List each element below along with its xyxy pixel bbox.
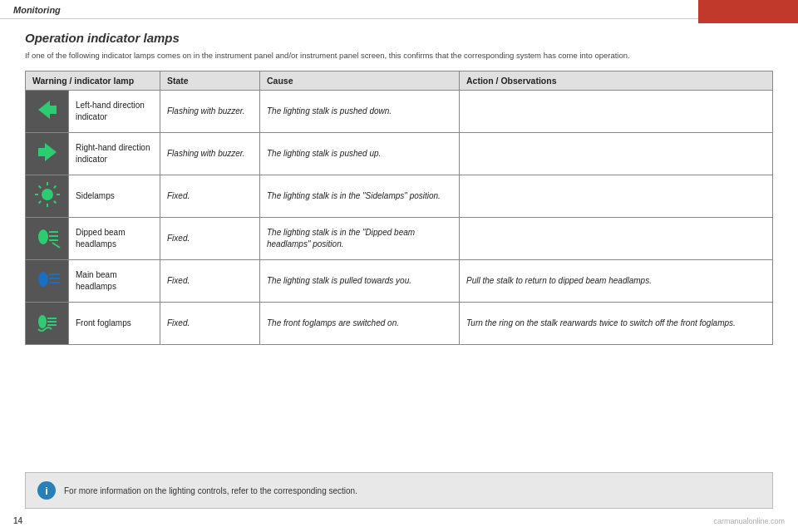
svg-point-7 [42, 189, 53, 200]
state-cell: Flashing with buzzer. [160, 133, 260, 175]
svg-point-28 [38, 315, 47, 328]
section-title: Operation indicator lamps [25, 31, 773, 45]
action-cell [460, 218, 773, 260]
svg-point-23 [38, 272, 48, 287]
action-cell [460, 175, 773, 218]
svg-point-17 [38, 229, 48, 244]
col-header-action: Action / Observations [460, 71, 773, 91]
lamp-icon-cell [26, 133, 69, 175]
lamp-name-cell: Sidelamps [69, 175, 160, 218]
lamp-icon-cell [26, 175, 69, 218]
state-cell: Fixed. [160, 218, 260, 260]
col-header-state: State [160, 71, 260, 91]
watermark: carmanualonline.com [713, 517, 785, 525]
header-title: Monitoring [13, 5, 61, 15]
cause-cell: The lighting stalk is in the "Sidelamps"… [260, 175, 460, 218]
action-cell [460, 133, 773, 175]
info-box: i For more information on the lighting c… [25, 472, 773, 509]
table-header-row: Warning / indicator lamp State Cause Act… [26, 71, 773, 91]
lamp-icon-cell [26, 303, 69, 345]
table-row: Left-hand direction indicator Flashing w… [26, 91, 773, 133]
info-text: For more information on the lighting con… [64, 486, 357, 495]
info-icon: i [37, 481, 56, 500]
lamp-icon-cell [26, 260, 69, 303]
table-row: Main beam headlamps Fixed. The lighting … [26, 260, 773, 303]
cause-cell: The lighting stalk is pulled towards you… [260, 260, 460, 303]
state-cell: Fixed. [160, 303, 260, 345]
main-content: Operation indicator lamps If one of the … [0, 19, 798, 357]
section-subtitle: If one of the following indicator lamps … [25, 50, 773, 61]
table-row: Sidelamps Fixed. The lighting stalk is i… [26, 175, 773, 218]
state-cell: Fixed. [160, 260, 260, 303]
lamp-name-cell: Left-hand direction indicator [69, 91, 160, 133]
cause-cell: The lighting stalk is pushed up. [260, 133, 460, 175]
table-row: Dipped beam headlamps Fixed. The lightin… [26, 218, 773, 260]
indicator-table: Warning / indicator lamp State Cause Act… [25, 71, 773, 345]
state-cell: Flashing with buzzer. [160, 91, 260, 133]
lamp-name-cell: Dipped beam headlamps [69, 218, 160, 260]
state-cell: Fixed. [160, 175, 260, 218]
col-header-cause: Cause [260, 71, 460, 91]
lamp-name-cell: Right-hand direction indicator [69, 133, 160, 175]
lamp-name-cell: Front foglamps [69, 303, 160, 345]
lamp-icon-cell [26, 218, 69, 260]
header-accent-bar [698, 0, 798, 23]
action-cell: Turn the ring on the stalk rearwards twi… [460, 303, 773, 345]
lamp-name-cell: Main beam headlamps [69, 260, 160, 303]
page-number: 14 [13, 516, 22, 525]
col-header-lamp: Warning / indicator lamp [26, 71, 160, 91]
svg-rect-2 [50, 106, 57, 114]
cause-cell: The lighting stalk is pushed down. [260, 91, 460, 133]
svg-rect-5 [38, 148, 45, 156]
header: Monitoring [0, 0, 798, 19]
table-row: Front foglamps Fixed. The front foglamps… [26, 303, 773, 345]
lamp-icon-cell [26, 91, 69, 133]
action-cell [460, 91, 773, 133]
cause-cell: The front foglamps are switched on. [260, 303, 460, 345]
cause-cell: The lighting stalk is in the "Dipped bea… [260, 218, 460, 260]
table-row: Right-hand direction indicator Flashing … [26, 133, 773, 175]
action-cell: Pull the stalk to return to dipped beam … [460, 260, 773, 303]
